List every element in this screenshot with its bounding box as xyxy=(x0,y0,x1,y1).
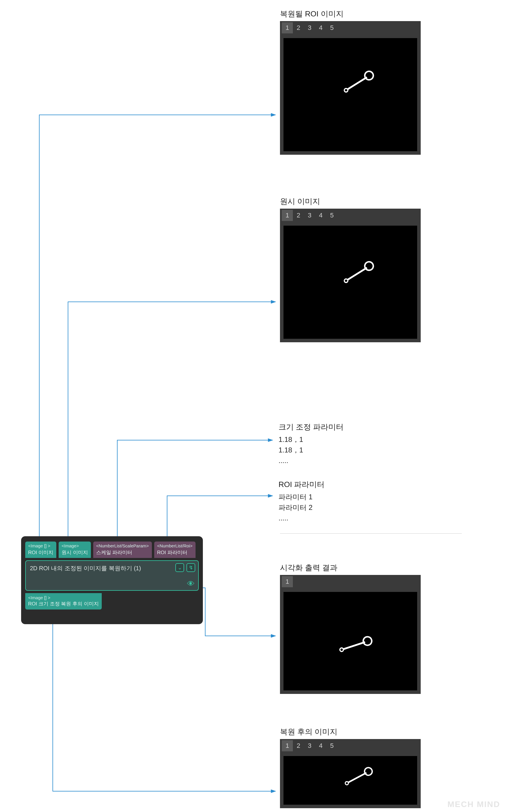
node-recover-2droi[interactable]: <Image [] > ROI 이미지 <Image> 원시 이미지 <Numb… xyxy=(21,536,203,624)
restored-tab-4[interactable]: 4 xyxy=(315,740,326,751)
roi-line-1: 파라미터 1 xyxy=(278,492,313,502)
port-roi-image[interactable]: <Image [] > ROI 이미지 xyxy=(25,541,56,558)
panel2-tabs: 1 2 3 4 5 xyxy=(280,209,421,222)
port-scale-param-type: <NumberList/ScaleParam> xyxy=(96,543,149,549)
bolt-icon: ↯ xyxy=(189,565,193,571)
port-scale-param-label: 스케일 파라미터 xyxy=(96,550,133,555)
scale-title: 크기 조정 파라미터 xyxy=(278,422,344,432)
port-roi-param-label: ROI 파라미터 xyxy=(157,550,187,555)
panel2-title: 원시 이미지 xyxy=(280,196,320,207)
port-output-label: ROI 크기 조정 복원 후의 이미지 xyxy=(28,601,99,607)
panel2-tab-2[interactable]: 2 xyxy=(293,210,304,221)
scale-line-1: 1.18，1 xyxy=(278,434,303,445)
panel1-tab-1[interactable]: 1 xyxy=(282,22,293,33)
scale-values: 1.18，1 1.18，1 ..... xyxy=(278,434,303,466)
panel1-tab-2[interactable]: 2 xyxy=(293,22,304,33)
viz-title: 시각화 출력 결과 xyxy=(280,563,337,573)
port-output-type: <Image [] > xyxy=(28,595,99,601)
panel1-tab-4[interactable]: 4 xyxy=(315,22,326,33)
run-button[interactable]: ↯ xyxy=(186,563,195,572)
connector-lines xyxy=(0,0,506,812)
port-roi-param[interactable]: <NumberList/Roi> ROI 파라미터 xyxy=(154,541,195,558)
panel1-title: 복원될 ROI 이미지 xyxy=(280,9,344,19)
panel2-tab-4[interactable]: 4 xyxy=(315,210,326,221)
collapse-button[interactable]: ⌄ xyxy=(175,563,184,572)
restored-tabs: 1 2 3 4 5 xyxy=(280,739,421,752)
input-ports: <Image [] > ROI 이미지 <Image> 원시 이미지 <Numb… xyxy=(25,541,199,558)
port-output-restored[interactable]: <Image [] > ROI 크기 조정 복원 후의 이미지 xyxy=(25,593,102,610)
panel2-tab-5[interactable]: 5 xyxy=(326,210,337,221)
restored-view xyxy=(283,756,417,805)
roi-values: 파라미터 1 파라미터 2 ..... xyxy=(278,492,313,523)
restored-tab-1[interactable]: 1 xyxy=(282,740,293,751)
port-raw-image-label: 원시 이미지 xyxy=(62,550,88,555)
scale-line-3: ..... xyxy=(278,455,303,466)
panel2-tab-1[interactable]: 1 xyxy=(282,210,293,221)
separator xyxy=(280,533,462,534)
panel1-tab-3[interactable]: 3 xyxy=(304,22,315,33)
roi-title: ROI 파라미터 xyxy=(278,479,325,490)
node-title: 2D ROI 내의 조정된 이미지를 복원하기 (1) xyxy=(30,565,141,572)
panel-viz: 1 xyxy=(280,575,421,694)
port-raw-image-type: <Image> xyxy=(62,543,88,549)
panel2-view xyxy=(283,226,417,339)
panel-restored: 1 2 3 4 5 xyxy=(280,739,421,808)
restored-tab-5[interactable]: 5 xyxy=(326,740,337,751)
restored-tab-2[interactable]: 2 xyxy=(293,740,304,751)
panel-raw-image: 1 2 3 4 5 xyxy=(280,209,421,342)
restored-tab-3[interactable]: 3 xyxy=(304,740,315,751)
roi-line-3: ..... xyxy=(278,513,313,523)
port-roi-image-type: <Image [] > xyxy=(28,543,53,549)
eye-icon: 👁 xyxy=(187,579,195,588)
port-raw-image[interactable]: <Image> 원시 이미지 xyxy=(59,541,91,558)
viz-view xyxy=(283,592,417,690)
port-roi-image-label: ROI 이미지 xyxy=(28,550,53,555)
chevron-down-icon: ⌄ xyxy=(178,565,182,571)
watermark: MECH MIND xyxy=(447,800,500,809)
panel1-tab-5[interactable]: 5 xyxy=(326,22,337,33)
viz-tab-1[interactable]: 1 xyxy=(282,576,293,587)
restored-title: 복원 후의 이미지 xyxy=(280,727,337,737)
port-roi-param-type: <NumberList/Roi> xyxy=(157,543,193,549)
panel1-view xyxy=(283,38,417,151)
port-scale-param[interactable]: <NumberList/ScaleParam> 스케일 파라미터 xyxy=(93,541,152,558)
viz-tabs: 1 xyxy=(280,575,421,588)
panel1-tabs: 1 2 3 4 5 xyxy=(280,21,421,34)
panel-roi-restore: 1 2 3 4 5 xyxy=(280,21,421,155)
scale-line-2: 1.18，1 xyxy=(278,445,303,455)
roi-line-2: 파라미터 2 xyxy=(278,502,313,513)
panel2-tab-3[interactable]: 3 xyxy=(304,210,315,221)
visualize-button[interactable]: 👁 xyxy=(187,579,195,588)
node-body[interactable]: 2D ROI 내의 조정된 이미지를 복원하기 (1) ⌄ ↯ 👁 xyxy=(25,560,199,591)
